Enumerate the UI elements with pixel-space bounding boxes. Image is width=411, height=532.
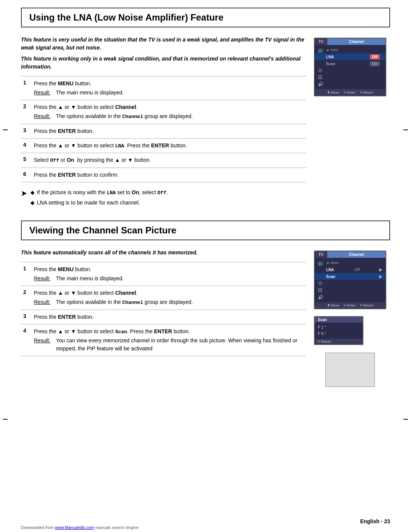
- page: Using the LNA (Low Noise Amplifier) Feat…: [0, 0, 411, 532]
- more-text: ▲ More: [326, 48, 338, 52]
- step-num: 1: [21, 77, 32, 100]
- table-row: 6 Press the ENTER button to confirm.: [21, 168, 306, 182]
- scan-popup-header: Scan: [315, 317, 363, 323]
- table-row: 5 Select Off or On by pressing the ▲ or …: [21, 153, 306, 168]
- section1-title: Using the LNA (Low Noise Amplifier) Feat…: [29, 12, 382, 23]
- scan-label-2: Scan: [326, 275, 379, 279]
- on-row: Scan On: [315, 60, 386, 67]
- lna-value-off: Off: [367, 55, 382, 59]
- tv-menu-body-2: 📺 ▲ More LNA : Off ▶: [315, 258, 386, 302]
- margin-mark-left-2: [3, 419, 8, 420]
- bullet-icon: ◆: [30, 199, 35, 207]
- table-row: 2 Press the ▲ or ▼ button to select Chan…: [21, 100, 306, 124]
- on-badge: On: [370, 61, 379, 66]
- result-text: The main menu is displayed.: [56, 275, 304, 283]
- lna-row-2: LNA : Off ▶: [315, 266, 386, 273]
- table-row: 1 Press the MENU button. Result: The mai…: [21, 262, 306, 286]
- result-label: Result:: [34, 275, 52, 283]
- on-value: On: [367, 62, 382, 66]
- section1-notes: ➤ ◆ If the picture is noisy with the LNA…: [21, 189, 306, 209]
- step-num: 5: [21, 153, 32, 168]
- list-item: ◆ LNA setting is to be made for each cha…: [30, 199, 168, 207]
- section2-title: Viewing the Channel Scan Picture: [29, 225, 382, 236]
- scan-return-label: Return: [321, 340, 331, 343]
- step-content: Press the MENU button. Result: The main …: [32, 262, 306, 286]
- scan-line1: P 1 *: [318, 324, 360, 331]
- download-text: Downloaded from: [21, 525, 55, 530]
- scan-popup-body: P 1 * P 9 *: [315, 323, 363, 339]
- table-row: 4 Press the ▲ or ▼ button to select LNA.…: [21, 138, 306, 153]
- table-row: 2 Press the ▲ or ▼ button to select Chan…: [21, 286, 306, 310]
- blank-row-2: 🖼: [315, 74, 386, 81]
- step-content: Press the ▲ or ▼ button to select LNA. P…: [32, 138, 306, 153]
- result-text: The options available in the Channel gro…: [56, 298, 304, 307]
- move-label: ⬆ Move: [327, 90, 339, 94]
- section1-title-box: Using the LNA (Low Noise Amplifier) Feat…: [21, 8, 390, 27]
- step-content: Press the ENTER button.: [32, 310, 306, 324]
- tv-label-2: TV: [315, 251, 327, 258]
- section2-left: This feature automatically scans all of …: [21, 249, 306, 387]
- table-row: 1 Press the MENU button. Result: The mai…: [21, 77, 306, 100]
- right-panel-stack: TV Channel 📺 ▲ More LNA: [314, 251, 390, 387]
- return-icon-2: ≡: [360, 303, 362, 307]
- tv-menu-header-2: TV Channel: [315, 251, 386, 258]
- tv-icon-2: 📺: [318, 260, 326, 265]
- return-label: ≡ Return: [360, 90, 373, 94]
- lna-value-2: : Off: [353, 268, 379, 272]
- arrows-icon-2: ⬆: [327, 303, 330, 307]
- note-text: LNA setting is to be made for each chann…: [37, 199, 140, 207]
- arrows-icon: ⬆: [327, 90, 330, 94]
- gear-icon-2: ⚙: [318, 280, 326, 286]
- step-content: Press the ENTER button.: [32, 124, 306, 138]
- step-content: Press the ▲ or ▼ button to select Scan. …: [32, 324, 306, 356]
- manualslib-link[interactable]: www.Manualslib.com: [55, 525, 94, 530]
- move-label-2: ⬆ Move: [327, 303, 339, 307]
- section2-intro: This feature automatically scans all of …: [21, 249, 306, 257]
- return-icon-3: ≡: [318, 339, 320, 343]
- download-suffix: manuals search engine: [94, 525, 139, 530]
- lna-colon: :: [363, 55, 367, 59]
- margin-mark-right-2: [403, 419, 408, 420]
- tv-menu-footer-1: ⬆ Move ↩ Enter ≡ Return: [315, 89, 386, 96]
- return-label-2: ≡ Return: [360, 303, 373, 307]
- download-footer: Downloaded from www.Manualslib.com manua…: [21, 525, 139, 530]
- step-content: Select Off or On by pressing the ▲ or ▼ …: [32, 153, 306, 168]
- section1-left: This feature is very useful in the situa…: [21, 36, 306, 209]
- step-num: 3: [21, 124, 32, 138]
- scan-popup-footer: ≡ Return: [315, 339, 363, 344]
- step-content: Press the ▲ or ▼ button to select Channe…: [32, 100, 306, 124]
- margin-mark-left-1: [3, 129, 8, 130]
- table-row: 3 Press the ENTER button.: [21, 310, 306, 324]
- tv-menu-header-1: TV Channel: [315, 38, 386, 45]
- blank-row-3: 🔊: [315, 81, 386, 88]
- page-footer: English - 23: [360, 518, 390, 524]
- scan-row-2: Scan ▶: [315, 273, 386, 280]
- blank-row-b: 🖼: [315, 287, 386, 294]
- section1-intro-p2: This feature is working only in a weak s…: [21, 55, 306, 71]
- step-content: Press the ENTER button to confirm.: [32, 168, 306, 182]
- bullet-icon: ◆: [30, 189, 35, 197]
- gear-icon: ⚙: [318, 67, 326, 73]
- sound-icon-2: 🔊: [318, 294, 326, 300]
- lna-row: LNA : Off: [315, 53, 386, 60]
- step-content: Press the ▲ or ▼ button to select Channe…: [32, 286, 306, 310]
- margin-mark-right-1: [403, 129, 408, 130]
- scan-label-1: Scan: [326, 62, 367, 66]
- lna-label: LNA: [326, 55, 363, 59]
- result-text: You can view every memorized channel in …: [56, 337, 304, 353]
- section1-intro-p1: This feature is very useful in the situa…: [21, 36, 306, 52]
- step-num: 6: [21, 168, 32, 182]
- step-num: 4: [21, 324, 32, 356]
- channel-label-2: Channel: [327, 251, 386, 258]
- result-text: The options available in the Channel gro…: [56, 112, 304, 121]
- picture-icon-2: 🖼: [318, 288, 326, 293]
- step-num: 1: [21, 262, 32, 286]
- tv-menu-1: TV Channel 📺 ▲ More LNA :: [314, 38, 386, 96]
- channel-label-1: Channel: [327, 38, 386, 45]
- tv-label-1: TV: [315, 38, 327, 45]
- section2-right: TV Channel 📺 ▲ More LNA: [314, 249, 390, 387]
- section2-intro-p: This feature automatically scans all of …: [21, 249, 306, 257]
- off-badge: Off: [370, 54, 380, 59]
- result-label: Result:: [34, 89, 52, 97]
- notes-arrow-icon: ➤: [21, 189, 27, 198]
